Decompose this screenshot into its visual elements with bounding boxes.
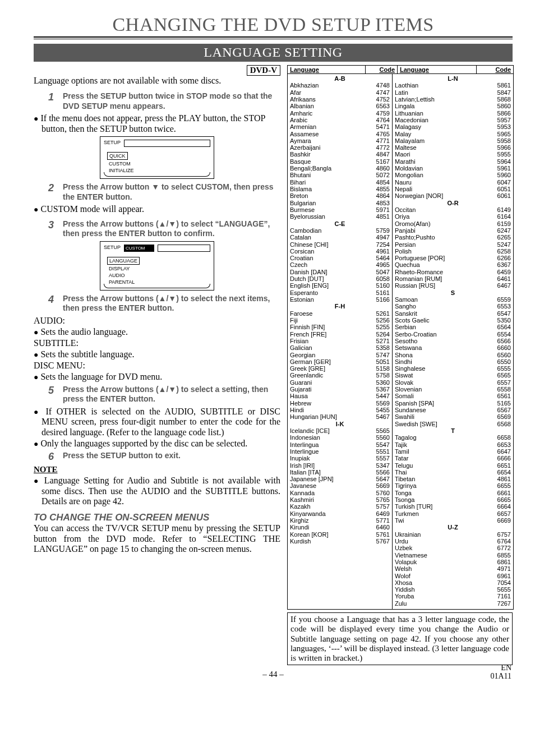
onscreen-paragraph: You can access the TV/VCR SETUP menu by … [34,523,280,554]
lang-code: 7254 [368,241,390,248]
lang-code: 6661 [490,490,511,496]
lang-row: Vietnamese6855 [395,552,511,559]
lang-row: Persian5247 [395,241,511,248]
lang-row: Yoruba7161 [395,593,511,600]
lang-name: Irish [IRI] [290,462,368,469]
lang-code: 5464 [368,255,390,261]
lang-name: Lingala [395,103,490,109]
lang-name: Interlingue [290,448,368,455]
lang-name: Italian [ITA] [290,469,368,476]
lang-code: 6653 [490,441,511,448]
subtitle-bullet-text: Sets the subtitle language. [40,349,134,359]
footer-right: EN 01A11 [490,663,511,681]
osd2-display: DISPLAY [107,265,131,271]
lang-code: 5765 [368,496,390,503]
lang-code: 7054 [490,579,511,586]
lang-code: 5560 [368,434,390,441]
lang-code: 5158 [368,365,390,372]
lang-section-header: A-B [290,75,390,82]
lang-name: Fiji [290,317,368,324]
lang-name: Latvian;Lettish [395,96,490,103]
lang-name: Volapuk [395,559,490,565]
lang-code: 5966 [490,144,511,151]
lang-row: Breton4864 [290,192,390,199]
lang-row: Laothian5861 [395,82,511,89]
bullet-2-text: CUSTOM mode will appear. [40,204,144,214]
lang-name: Corsican [290,248,368,255]
lang-row: Lithuanian5866 [395,110,511,117]
audio-bullet: ● Sets the audio language. [34,327,280,337]
lang-row: Inupiak5557 [290,455,390,462]
lang-name: Moldavian [395,165,490,172]
lang-row: Polish6258 [395,248,511,255]
lang-row: Kinyarwanda6469 [290,510,390,517]
lang-name: Oromo(Afan) [395,220,490,227]
lang-code: 6655 [490,482,511,489]
lang-code: 4965 [368,261,390,268]
lang-name: Russian [RUS] [395,282,490,289]
lang-name: Setswana [395,344,490,351]
lang-row: Chinese [CHI]7254 [290,241,390,248]
lang-row: Setswana6660 [395,344,511,351]
lang-name: Panjabi [395,227,490,234]
lang-row: Korean [KOR]5761 [290,531,390,538]
lang-name: Croatian [290,255,368,261]
subtitle-heading: SUBTITLE: [34,338,280,348]
lang-code: 6554 [490,331,511,338]
lang-name: Maltese [395,144,490,151]
lang-row: Kazakh5757 [290,503,390,510]
lang-name: Sindhi [395,358,490,365]
lang-name: Amharic [290,110,368,117]
lang-name: Romanian [RUM] [395,275,490,282]
lang-code: 4764 [368,117,390,123]
lang-head-code-1: Code [366,66,398,73]
lang-row: Lingala5860 [395,103,511,109]
lang-name: Yiddish [395,586,490,593]
lang-head-code-2: Code [477,66,513,73]
lang-row: Kannada5760 [290,490,390,496]
lang-code: 6651 [490,462,511,469]
lang-code: 5471 [368,123,390,130]
lang-code: 6058 [368,275,390,282]
lang-name: Turkmen [395,510,490,517]
lang-name: Rhaeto-Romance [395,269,490,275]
page-number: – 44 – [34,670,513,679]
lang-row: Malagasy5953 [395,123,511,130]
lang-row: Irish [IRI]5347 [290,462,390,469]
lang-row: Macedonian5957 [395,117,511,123]
lang-row: Ukrainian6757 [395,531,511,538]
lang-name: Bhutani [290,172,368,178]
lang-code: 6159 [490,220,511,227]
lang-name: Latin [395,89,490,96]
lang-code: 4759 [368,110,390,117]
lang-row: Yiddish5655 [395,586,511,593]
lang-name: Xhosa [395,579,490,586]
lang-code: 6555 [490,365,511,372]
lang-row: Byelorussian4851 [290,213,390,220]
lang-row: Slovak6557 [395,379,511,386]
lang-code: 5647 [368,476,390,482]
lang-name: Wolof [395,573,490,579]
lang-name: Greek [GRE] [290,365,368,372]
lang-row: Nauru6047 [395,179,511,186]
subtitle-bullet: ● Sets the subtitle language. [34,349,280,359]
lang-row: Finnish [FIN]5255 [290,324,390,330]
lang-row: Shona6560 [395,352,511,358]
lang-section-header: L-N [395,75,511,82]
lang-name: Armenian [290,123,368,130]
lang-row: Quechua6367 [395,261,511,268]
osd2-setup-label: SETUP [104,245,121,252]
audio-heading: AUDIO: [34,316,280,326]
lang-name: Scots Gaelic [395,317,490,324]
lang-name: Tigrinya [395,482,490,489]
lang-code: 5566 [368,469,390,476]
lang-head-language-2: Language [398,66,477,73]
lang-code: 4772 [368,144,390,151]
lang-code: 6061 [490,192,511,199]
lang-row: Turkmen6657 [395,510,511,517]
lang-name: Hungarian [HUN] [290,413,368,420]
lang-name: Sangho [395,303,490,310]
lang-code: 6265 [490,234,511,241]
step-3-body: Press the Arrow buttons (▲/▼) to select … [63,219,276,239]
lang-name: Tajik [395,441,490,448]
